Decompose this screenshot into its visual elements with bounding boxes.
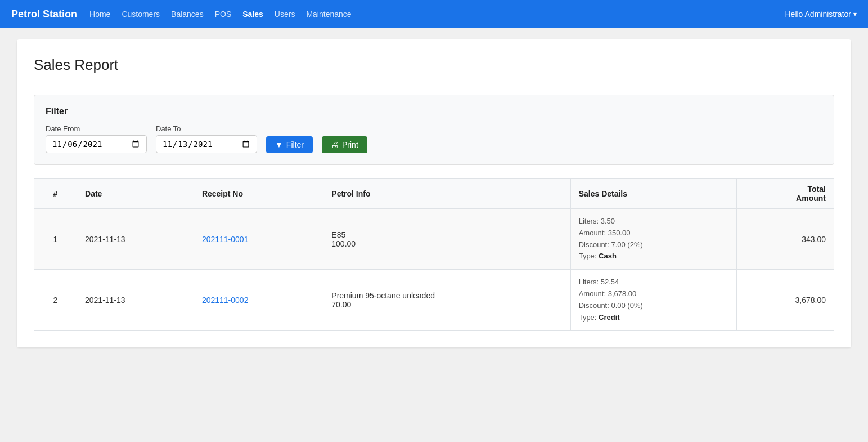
cell-total: 3,678.00 (737, 270, 834, 331)
petrol-qty: 70.00 (331, 300, 562, 309)
amount-label: Amount: 350.00 (579, 229, 631, 237)
cell-num: 1 (34, 209, 77, 270)
col-header-total: TotalAmount (737, 179, 834, 209)
navbar-brand[interactable]: Petrol Station (11, 8, 77, 20)
filter-button[interactable]: ▼ Filter (266, 136, 313, 153)
petrol-type: Premium 95-octane unleaded (331, 291, 562, 300)
filter-section: Filter Date From Date To ▼ Filter 🖨 Prin… (34, 95, 834, 165)
nav-item-balances[interactable]: Balances (170, 10, 205, 19)
nav-item-pos[interactable]: POS (214, 10, 233, 19)
petrol-type: E85 (331, 230, 562, 239)
table-row: 1 2021-11-13 202111-0001 E85 100.00 Lite… (34, 209, 834, 270)
date-from-group: Date From (46, 124, 147, 153)
print-button[interactable]: 🖨 Print (322, 136, 367, 153)
receipt-link[interactable]: 202111-0001 (202, 235, 249, 244)
page-title: Sales Report (34, 56, 834, 83)
date-from-input[interactable] (46, 135, 147, 153)
type-value: Cash (599, 252, 617, 260)
amount-label: Amount: 3,678.00 (579, 289, 637, 298)
col-header-sales: Sales Details (570, 179, 737, 209)
nav-item-home[interactable]: Home (88, 10, 111, 19)
col-header-date: Date (77, 179, 194, 209)
cell-petrol: Premium 95-octane unleaded 70.00 (323, 270, 570, 331)
col-header-num: # (34, 179, 77, 209)
type-label: Type: Credit (579, 313, 620, 322)
col-header-receipt: Receipt No (194, 179, 323, 209)
type-value: Credit (599, 313, 620, 322)
cell-date: 2021-11-13 (77, 270, 194, 331)
print-button-label: Print (342, 140, 358, 149)
filter-icon: ▼ (275, 140, 283, 149)
nav-item-customers[interactable]: Customers (120, 10, 161, 19)
sales-table: # Date Receipt No Petrol Info Sales Deta… (34, 178, 834, 331)
cell-num: 2 (34, 270, 77, 331)
navbar-menu: Home Customers Balances POS Sales Users … (88, 10, 785, 19)
liters-label: Liters: 52.54 (579, 278, 619, 286)
table-row: 2 2021-11-13 202111-0002 Premium 95-octa… (34, 270, 834, 331)
liters-label: Liters: 3.50 (579, 217, 615, 225)
nav-item-sales[interactable]: Sales (241, 10, 264, 19)
main-card: Sales Report Filter Date From Date To ▼ … (17, 39, 851, 347)
filter-button-label: Filter (286, 140, 304, 149)
nav-item-maintenance[interactable]: Maintenance (305, 10, 352, 19)
filter-row: Date From Date To ▼ Filter 🖨 Print (46, 124, 822, 153)
cell-total: 343.00 (737, 209, 834, 270)
main-container: Sales Report Filter Date From Date To ▼ … (0, 28, 868, 359)
date-from-label: Date From (46, 124, 147, 133)
cell-date: 2021-11-13 (77, 209, 194, 270)
print-icon: 🖨 (331, 140, 339, 149)
nav-item-users[interactable]: Users (273, 10, 296, 19)
discount-label: Discount: 0.00 (0%) (579, 301, 643, 310)
cell-receipt: 202111-0002 (194, 270, 323, 331)
date-to-label: Date To (156, 124, 257, 133)
filter-title: Filter (46, 106, 822, 117)
cell-petrol: E85 100.00 (323, 209, 570, 270)
date-to-group: Date To (156, 124, 257, 153)
petrol-qty: 100.00 (331, 239, 562, 248)
date-to-input[interactable] (156, 135, 257, 153)
cell-receipt: 202111-0001 (194, 209, 323, 270)
cell-sales-details: Liters: 3.50 Amount: 350.00 Discount: 7.… (570, 209, 737, 270)
table-header: # Date Receipt No Petrol Info Sales Deta… (34, 179, 834, 209)
sales-table-container: # Date Receipt No Petrol Info Sales Deta… (34, 178, 834, 331)
cell-sales-details: Liters: 52.54 Amount: 3,678.00 Discount:… (570, 270, 737, 331)
col-header-petrol: Petrol Info (323, 179, 570, 209)
table-body: 1 2021-11-13 202111-0001 E85 100.00 Lite… (34, 209, 834, 331)
discount-label: Discount: 7.00 (2%) (579, 240, 643, 249)
type-label: Type: Cash (579, 252, 617, 260)
user-menu[interactable]: Hello Administrator (785, 10, 857, 19)
receipt-link[interactable]: 202111-0002 (202, 296, 249, 305)
navbar: Petrol Station Home Customers Balances P… (0, 0, 868, 28)
